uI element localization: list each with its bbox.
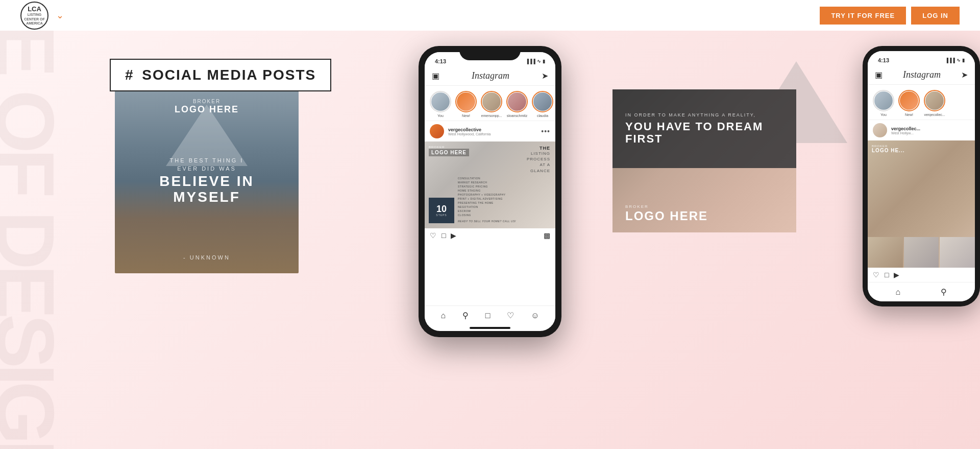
try-free-button[interactable]: TRY IT FOR FREE <box>820 7 906 25</box>
right-like-icon[interactable]: ♡ <box>873 271 879 279</box>
right-overlay: IN ORDER TO MAKE ANYTHING A REALITY, YOU… <box>612 89 796 168</box>
right-share-icon[interactable]: ▶ <box>894 271 899 279</box>
quote-top-line1: THE BEST THING I <box>130 157 283 163</box>
right-story-new[interactable]: New! <box>898 90 920 116</box>
like-icon[interactable]: ♡ <box>430 231 436 240</box>
right-wifi-icon: ∿ <box>957 58 961 63</box>
broker-label: BROKER <box>175 99 239 104</box>
story-item-emerson[interactable]: emersonpp... <box>481 91 502 117</box>
story-ring-new <box>455 91 477 112</box>
phone-nav: ⌂ ⚲ □ ♡ ☺ <box>425 305 555 325</box>
heart-nav-icon[interactable]: ♡ <box>507 311 514 320</box>
add-nav-icon[interactable]: □ <box>485 311 491 320</box>
story-item-claudia[interactable]: claudia <box>532 91 553 117</box>
right-camera-icon[interactable]: ▣ <box>875 70 883 80</box>
right-home-icon[interactable]: ⌂ <box>896 288 901 297</box>
comment-icon[interactable]: □ <box>442 231 446 240</box>
quote-area: THE BEST THING I EVER DID WAS BELIEVE IN… <box>115 157 299 205</box>
save-icon[interactable]: ▩ <box>544 231 550 240</box>
post-broker-logo-sm: LOGO HERE <box>429 149 469 156</box>
phone-screen: 4:13 ▐▐▐ ∿ ▮ ▣ Instagram ➤ <box>425 52 555 331</box>
right-story-ring-new <box>898 90 920 111</box>
right-post-username: vergecollec... <box>891 126 970 131</box>
home-nav-icon[interactable]: ⌂ <box>440 311 446 320</box>
right-post-actions: ♡ □ ▶ <box>868 268 975 282</box>
right-stories-bar: You New! vergecollec... <box>868 85 975 120</box>
post-menu-dots[interactable]: ••• <box>541 127 550 135</box>
right-phone-status: 4:13 ▐▐▐ ∿ ▮ <box>868 51 975 65</box>
left-post-inner: BROKER LOGO HERE THE BEST THING I EVER D… <box>115 89 299 273</box>
login-button[interactable]: LOG IN <box>911 7 960 25</box>
story-item-sloan[interactable]: sloanschmitz <box>506 91 528 117</box>
right-story-verge[interactable]: vergecollec... <box>924 90 945 116</box>
right-broker-area: BROKER LOGO HERE <box>625 204 708 223</box>
phone-home-bar <box>470 327 510 329</box>
step-7: PRESENTING THE HOME <box>458 201 551 205</box>
steps-block: 10 STEPS <box>429 198 454 223</box>
step-3: STRATEGIC PRICING <box>458 184 551 188</box>
step-6: PRINT + DIGITAL ADVERTISING <box>458 197 551 201</box>
right-comment-icon[interactable]: □ <box>885 271 889 279</box>
post-user-info: vergecollective West Hollywood, Californ… <box>448 127 537 136</box>
right-phone-mockup: 4:13 ▐▐▐ ∿ ▮ ▣ Instagram ➤ <box>863 46 980 306</box>
step-4: HOME STAGING <box>458 188 551 193</box>
step-9: ESCROW <box>458 209 551 213</box>
story-label-new: New! <box>462 114 470 117</box>
feed-post: vergecollective West Hollywood, Californ… <box>425 121 555 305</box>
right-avatar-new <box>900 91 918 110</box>
post-avatar <box>430 124 444 138</box>
post-actions: ♡ □ ▶ ▩ <box>425 228 555 243</box>
right-phone-nav: ⌂ ⚲ <box>868 282 975 301</box>
right-story-label-you: You <box>880 113 887 116</box>
center-phone-mockup: 4:13 ▐▐▐ ∿ ▮ ▣ Instagram ➤ <box>419 46 561 337</box>
right-instagram-logo: Instagram <box>903 69 941 80</box>
story-label-sl: sloanschmitz <box>507 114 527 117</box>
right-story-you[interactable]: You <box>873 90 894 116</box>
send-icon[interactable]: ➤ <box>542 71 548 81</box>
search-nav-icon[interactable]: ⚲ <box>462 311 469 320</box>
right-mini-grid <box>868 237 975 268</box>
story-item-you[interactable]: You <box>430 91 451 117</box>
right-post-user-info: vergecollec... West Hollyw... <box>891 126 970 135</box>
logo-area: LCA LISTING CENTER OF AMERICA ⌄ <box>20 2 64 30</box>
listing-title-overlay: THE LISTINGPROCESSAT AGLANCE <box>527 146 550 174</box>
right-send-icon[interactable]: ➤ <box>961 70 968 80</box>
story-avatar-new <box>457 92 475 111</box>
steps-cta: Ready to sell your home? Call us! <box>458 219 551 223</box>
broker-logo-text: LOGO HERE <box>175 104 239 115</box>
phone-notch <box>459 46 521 60</box>
right-quote-small: IN ORDER TO MAKE ANYTHING A REALITY, <box>625 112 783 117</box>
phone-status-icons: ▐▐▐ ∿ ▮ <box>526 59 545 64</box>
step-1: CONSULTATION <box>458 176 551 180</box>
right-broker-logo-sm: LOGO HE... <box>872 148 904 153</box>
mini-img-3 <box>940 237 975 268</box>
story-item-new[interactable]: New! <box>455 91 477 117</box>
steps-label: STEPS <box>436 214 447 217</box>
right-phone-screen: 4:13 ▐▐▐ ∿ ▮ ▣ Instagram ➤ <box>868 51 975 301</box>
header-buttons: TRY IT FOR FREE LOG IN <box>820 7 960 25</box>
share-icon[interactable]: ▶ <box>451 231 456 240</box>
instagram-header: ▣ Instagram ➤ <box>425 66 555 86</box>
right-broker-label: BROKER <box>625 204 708 209</box>
profile-nav-icon[interactable]: ☺ <box>531 311 539 320</box>
right-story-ring-you <box>873 90 894 111</box>
steps-list: CONSULTATION MARKET RESEARCH STRATEGIC P… <box>458 176 551 223</box>
right-battery-icon: ▮ <box>962 58 965 63</box>
right-post-broker: BROKER LOGO HE... <box>872 145 904 153</box>
right-quote-big: YOU HAVE TO DREAM FIRST <box>625 121 783 145</box>
camera-icon[interactable]: ▣ <box>432 71 439 81</box>
logo: LCA LISTING CENTER OF AMERICA <box>20 2 48 30</box>
right-avatar-verge <box>925 91 944 110</box>
right-avatar-you <box>874 91 893 110</box>
right-phone-outer: 4:13 ▐▐▐ ∿ ▮ ▣ Instagram ➤ <box>863 46 980 306</box>
right-search-icon[interactable]: ⚲ <box>941 287 947 297</box>
nav-chevron-icon[interactable]: ⌄ <box>56 10 64 21</box>
story-avatar-you <box>431 92 450 111</box>
quote-main-text: BELIEVE IN MYSELF <box>130 174 283 205</box>
phone-outer: 4:13 ▐▐▐ ∿ ▮ ▣ Instagram ➤ <box>419 46 561 337</box>
right-post-image: BROKER LOGO HE... <box>868 140 975 268</box>
section-title: SOCIAL MEDIA POSTS <box>142 67 316 83</box>
story-avatar-sl <box>508 92 526 111</box>
right-post-header: vergecollec... West Hollyw... <box>868 120 975 140</box>
stories-bar: You New! emersonpp... <box>425 86 555 121</box>
